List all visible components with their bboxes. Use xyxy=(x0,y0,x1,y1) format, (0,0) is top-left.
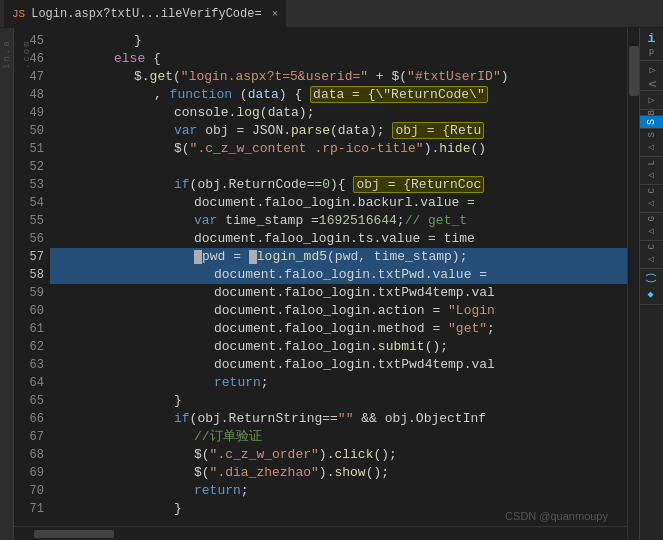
tab-file-icon: JS xyxy=(12,8,25,20)
v-scrollbar[interactable] xyxy=(627,28,639,540)
c1-icon: ▷ C xyxy=(647,188,657,209)
ln-61: 61 xyxy=(14,320,44,338)
info-label: p xyxy=(649,47,654,57)
code-line-52 xyxy=(50,158,627,176)
left-edge-text: .comin.a.co.coo. xyxy=(0,32,32,69)
code-line-55: var time_stamp =1692516644;// get_t xyxy=(50,212,627,230)
code-body: 45 46 47 48 49 50 51 52 53 54 55 56 57 5… xyxy=(14,28,627,526)
code-line-64: return; xyxy=(50,374,627,392)
code-line-68: $(".c_z_w_order").click(); xyxy=(50,446,627,464)
s2-icon: ▷ S xyxy=(647,132,657,153)
code-line-69: $(".dia_zhezhao").show(); xyxy=(50,464,627,482)
right-tools-panel: i p ▷ V ▷ B S ▷ S ▷ L ▷ C xyxy=(639,28,663,540)
ln-63: 63 xyxy=(14,356,44,374)
ln-66: 66 xyxy=(14,410,44,428)
b-text: B xyxy=(647,110,657,115)
paren-icon: ◆ () xyxy=(646,272,657,301)
panel-info[interactable]: i p xyxy=(640,28,663,61)
code-line-62: document.faloo_login.submit(); xyxy=(50,338,627,356)
ln-59: 59 xyxy=(14,284,44,302)
ln-70: 70 xyxy=(14,482,44,500)
panel-s2[interactable]: ▷ S xyxy=(640,129,663,157)
l-icon: ▷ L xyxy=(647,160,657,181)
code-line-54: document.faloo_login.backurl.value = xyxy=(50,194,627,212)
info-icon: i xyxy=(648,31,656,46)
ln-48: 48 xyxy=(14,86,44,104)
ln-64: 64 xyxy=(14,374,44,392)
ln-51: 51 xyxy=(14,140,44,158)
code-line-63: document.faloo_login.txtPwd4temp.val xyxy=(50,356,627,374)
code-line-66: if(obj.ReturnString=="" && obj.ObjectInf xyxy=(50,410,627,428)
panel-s-active[interactable]: S xyxy=(640,116,663,129)
line-numbers-gutter: 45 46 47 48 49 50 51 52 53 54 55 56 57 5… xyxy=(14,28,50,526)
panel-paren[interactable]: ◆ () xyxy=(640,269,663,305)
tab-bar: JS Login.aspx?txtU...ileVerifyCode= × xyxy=(0,0,663,28)
main-area: .comin.a.co.coo. 45 46 47 48 49 50 51 52… xyxy=(0,28,663,540)
tab-title: Login.aspx?txtU...ileVerifyCode= xyxy=(31,7,261,21)
panel-v[interactable]: ▷ V xyxy=(640,61,663,91)
code-line-51: $(".c_z_w_content .rp-ico-title").hide() xyxy=(50,140,627,158)
code-line-70: return; xyxy=(50,482,627,500)
code-line-46: else { xyxy=(50,50,627,68)
c2-icon: ▷ C xyxy=(647,244,657,265)
tab-close-icon[interactable]: × xyxy=(272,8,279,20)
code-line-49: console.log(data); xyxy=(50,104,627,122)
ln-69: 69 xyxy=(14,464,44,482)
ln-49: 49 xyxy=(14,104,44,122)
code-line-48: , function (data) { data = {\"ReturnCode… xyxy=(50,86,627,104)
ln-53: 53 xyxy=(14,176,44,194)
ln-47: 47 xyxy=(14,68,44,86)
code-editor[interactable]: 45 46 47 48 49 50 51 52 53 54 55 56 57 5… xyxy=(14,28,627,540)
code-line-53: if(obj.ReturnCode==0){ obj = {ReturnCoc xyxy=(50,176,627,194)
code-line-50: var obj = JSON.parse(data); obj = {Retu xyxy=(50,122,627,140)
panel-b[interactable]: ▷ xyxy=(640,91,663,110)
ln-55: 55 xyxy=(14,212,44,230)
code-line-58: document.faloo_login.txtPwd.value = xyxy=(50,266,627,284)
ln-67: 67 xyxy=(14,428,44,446)
app-container: JS Login.aspx?txtU...ileVerifyCode= × .c… xyxy=(0,0,663,540)
ln-56: 56 xyxy=(14,230,44,248)
code-line-56: document.faloo_login.ts.value = time xyxy=(50,230,627,248)
code-line-57: pwd = login_md5(pwd, time_stamp); xyxy=(50,248,627,266)
ln-62: 62 xyxy=(14,338,44,356)
h-scrollbar[interactable] xyxy=(14,526,627,540)
ln-65: 65 xyxy=(14,392,44,410)
h-scroll-thumb[interactable] xyxy=(34,530,114,538)
panel-c2[interactable]: ▷ C xyxy=(640,241,663,269)
panel-c1[interactable]: ▷ C xyxy=(640,185,663,213)
watermark: CSDN @quanmoupy xyxy=(505,510,608,522)
tab-item[interactable]: JS Login.aspx?txtU...ileVerifyCode= × xyxy=(4,0,286,28)
panel-g[interactable]: ▷ G xyxy=(640,213,663,241)
code-line-60: document.faloo_login.action = "Login xyxy=(50,302,627,320)
v-icon: ▷ V xyxy=(646,64,657,87)
ln-57: 57 xyxy=(14,248,44,266)
v-scroll-thumb[interactable] xyxy=(629,46,639,96)
panel-l[interactable]: ▷ L xyxy=(640,157,663,185)
code-text-area[interactable]: } else { $.get("login.aspx?t=5&userid=" … xyxy=(50,28,627,526)
code-line-59: document.faloo_login.txtPwd4temp.val xyxy=(50,284,627,302)
ln-52: 52 xyxy=(14,158,44,176)
ln-54: 54 xyxy=(14,194,44,212)
ln-50: 50 xyxy=(14,122,44,140)
code-line-65: } xyxy=(50,392,627,410)
code-line-45: } xyxy=(50,32,627,50)
ln-60: 60 xyxy=(14,302,44,320)
ln-58: 58 xyxy=(14,266,44,284)
b-icon: ▷ xyxy=(648,94,654,106)
ln-68: 68 xyxy=(14,446,44,464)
code-line-61: document.faloo_login.method = "get"; xyxy=(50,320,627,338)
left-edge: .comin.a.co.coo. xyxy=(0,28,14,540)
g-icon: ▷ G xyxy=(647,216,657,237)
code-line-47: $.get("login.aspx?t=5&userid=" + $("#txt… xyxy=(50,68,627,86)
ln-71: 71 xyxy=(14,500,44,518)
code-line-67: //订单验证 xyxy=(50,428,627,446)
s-active-icon: S xyxy=(646,119,657,125)
